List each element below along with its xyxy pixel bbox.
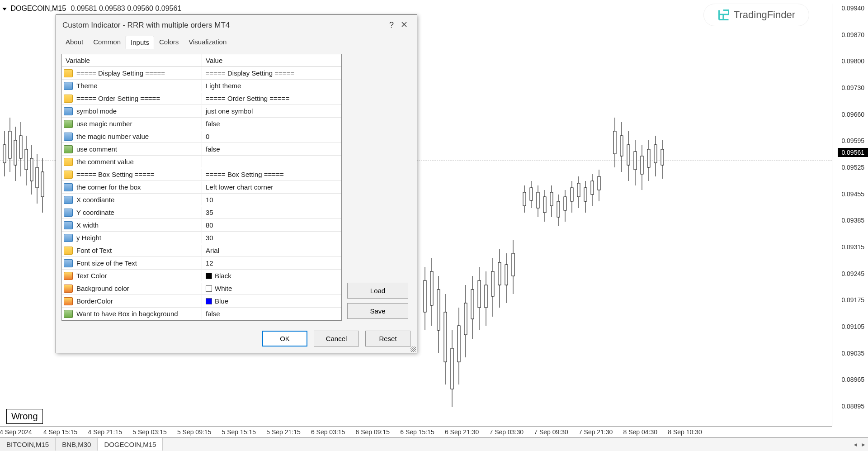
header-variable: Variable — [62, 54, 202, 66]
svg-rect-23 — [444, 312, 447, 362]
price-tick: 0.09455 — [841, 190, 864, 198]
scroll-right-icon[interactable]: ► — [861, 442, 866, 448]
input-row[interactable]: Background colorWhite — [62, 282, 341, 295]
input-value[interactable]: ===== Display Setting ===== — [202, 67, 341, 79]
input-value[interactable]: 12 — [202, 257, 341, 269]
chart-tab[interactable]: DOGECOIN,M15 — [98, 438, 163, 451]
dialog-footer: OK Cancel Reset — [56, 326, 417, 353]
price-tick: 0.09800 — [841, 57, 864, 65]
ok-button[interactable]: OK — [262, 331, 307, 347]
svg-rect-57 — [564, 197, 566, 210]
close-button[interactable] — [398, 20, 410, 30]
input-row[interactable]: ===== Order Setting ========== Order Set… — [62, 92, 341, 105]
value-text: 30 — [206, 234, 213, 242]
load-button[interactable]: Load — [347, 283, 408, 299]
input-variable: Theme — [75, 80, 202, 91]
resize-grip-icon[interactable] — [410, 347, 416, 352]
input-value[interactable]: ===== Box Setting ===== — [202, 169, 341, 180]
input-row[interactable]: Font size of the Text12 — [62, 257, 341, 270]
input-value[interactable]: 35 — [202, 207, 341, 218]
input-row[interactable]: ThemeLight theme — [62, 80, 341, 92]
symbol-dropdown-icon[interactable] — [2, 8, 7, 10]
value-text: false — [206, 120, 220, 128]
input-value[interactable] — [202, 160, 341, 164]
help-button[interactable]: ? — [385, 20, 398, 30]
input-row[interactable]: X coordiante10 — [62, 194, 341, 206]
svg-rect-55 — [557, 201, 560, 217]
input-row[interactable]: Y coordinate35 — [62, 206, 341, 219]
input-value[interactable]: White — [202, 283, 341, 294]
price-tick: 0.09525 — [841, 164, 864, 171]
input-value[interactable]: false — [202, 118, 341, 129]
input-row[interactable]: ===== Box Setting ========== Box Setting… — [62, 168, 341, 181]
input-value[interactable]: Light theme — [202, 80, 341, 91]
input-value[interactable]: 10 — [202, 194, 341, 205]
scroll-left-icon[interactable]: ◄ — [853, 442, 858, 448]
price-tick: 0.09315 — [841, 243, 864, 251]
time-tick: 6 Sep 15:15 — [400, 428, 434, 436]
color-swatch — [206, 298, 212, 304]
input-value[interactable]: ===== Order Setting ===== — [202, 93, 341, 104]
input-value[interactable]: Arial — [202, 245, 341, 256]
input-row[interactable]: y Height30 — [62, 232, 341, 244]
time-tick: 6 Sep 03:15 — [311, 428, 345, 436]
symbol-label: DOGECOIN,M15 — [10, 5, 66, 12]
dialog-titlebar[interactable]: Custom Indicator - RRR with multiple ord… — [56, 15, 417, 35]
input-value[interactable]: false — [202, 143, 341, 155]
type-123-icon — [64, 107, 73, 115]
dialog-title: Custom Indicator - RRR with multiple ord… — [62, 21, 385, 30]
input-row[interactable]: the magic number value0 — [62, 130, 341, 143]
input-row[interactable]: the comment value — [62, 156, 341, 168]
time-tick: 7 Sep 03:30 — [490, 428, 524, 436]
type-chk-icon — [64, 145, 73, 153]
inputs-table[interactable]: Variable Value ===== Display Setting ===… — [61, 54, 342, 321]
dialog-tab-colors[interactable]: Colors — [154, 35, 184, 48]
value-text: just one symbol — [206, 107, 253, 115]
svg-rect-65 — [591, 181, 594, 195]
dialog-tab-inputs[interactable]: Inputs — [126, 36, 154, 49]
input-value[interactable]: false — [202, 308, 341, 319]
input-row[interactable]: ===== Display Setting ========== Display… — [62, 67, 341, 80]
price-tick: 0.09035 — [841, 350, 864, 357]
svg-rect-35 — [485, 285, 487, 308]
input-variable: Y coordinate — [75, 207, 202, 218]
input-row[interactable]: Want to have Box in bagckgroundfalse — [62, 308, 341, 320]
tab-scroll-arrows[interactable]: ◄ ► — [853, 442, 866, 448]
color-swatch — [206, 273, 212, 279]
svg-rect-67 — [598, 176, 600, 190]
input-value[interactable]: just one symbol — [202, 105, 341, 117]
wrong-indicator-box: Wrong — [6, 409, 43, 424]
type-123-icon — [64, 221, 73, 229]
dialog-tab-common[interactable]: Common — [88, 35, 126, 48]
svg-rect-25 — [451, 348, 453, 389]
side-buttons: Load Save — [347, 54, 408, 321]
input-row[interactable]: Text ColorBlack — [62, 270, 341, 282]
save-button[interactable]: Save — [347, 303, 408, 319]
chart-tab[interactable]: BNB,M30 — [56, 438, 98, 451]
value-text: Blue — [215, 297, 228, 305]
input-value[interactable]: Left lower chart corner — [202, 181, 341, 193]
input-value[interactable]: Blue — [202, 295, 341, 307]
svg-rect-31 — [471, 290, 474, 319]
input-row[interactable]: symbol modejust one symbol — [62, 105, 341, 118]
color-swatch — [206, 285, 212, 292]
value-text: false — [206, 145, 220, 153]
reset-button[interactable]: Reset — [365, 331, 410, 347]
input-value[interactable]: 0 — [202, 131, 341, 142]
chart-tab[interactable]: BITCOIN,M15 — [0, 438, 56, 451]
dialog-tab-visualization[interactable]: Visualization — [184, 35, 231, 48]
dialog-body: Variable Value ===== Display Setting ===… — [56, 48, 417, 326]
input-value[interactable]: 30 — [202, 232, 341, 243]
input-value[interactable]: Black — [202, 270, 341, 281]
cancel-button[interactable]: Cancel — [314, 331, 359, 347]
input-row[interactable]: the corner for the boxLeft lower chart c… — [62, 181, 341, 194]
dialog-tab-about[interactable]: About — [61, 35, 88, 48]
input-row[interactable]: Font of TextArial — [62, 244, 341, 257]
input-row[interactable]: use commentfalse — [62, 143, 341, 156]
input-row[interactable]: BorderColorBlue — [62, 295, 341, 308]
dialog-tabs: AboutCommonInputsColorsVisualization — [56, 35, 417, 48]
input-row[interactable]: use magic numberfalse — [62, 118, 341, 130]
price-axis: 0.099400.098700.098000.097300.096600.095… — [832, 4, 868, 426]
input-row[interactable]: X width80 — [62, 219, 341, 232]
input-value[interactable]: 80 — [202, 219, 341, 231]
